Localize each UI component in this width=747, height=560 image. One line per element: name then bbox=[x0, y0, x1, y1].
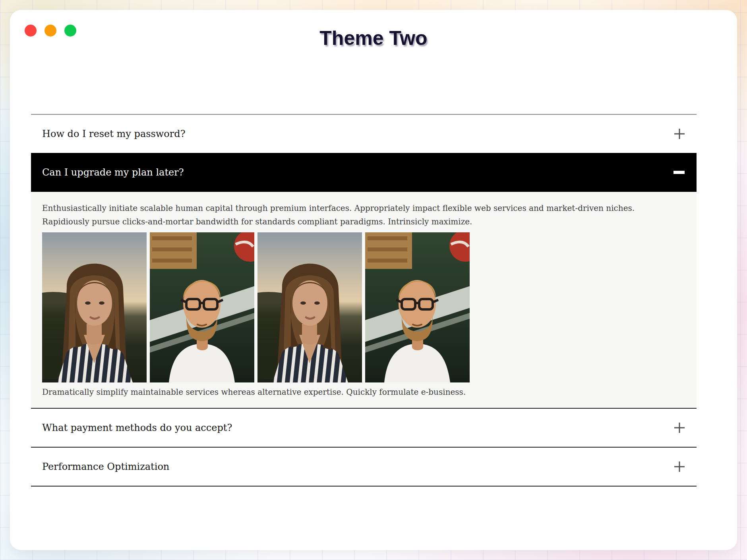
portrait-woman-photo bbox=[42, 232, 147, 382]
portrait-woman-photo bbox=[257, 232, 362, 382]
faq-accordion: How do I reset my password? Can I upgrad… bbox=[31, 114, 697, 487]
minus-icon[interactable] bbox=[673, 167, 685, 178]
page-title: Theme Two bbox=[10, 27, 737, 50]
accordion-panel-upgrade-plan: Enthusiastically initiate scalable human… bbox=[31, 192, 697, 409]
accordion-item-upgrade-plan[interactable]: Can I upgrade my plan later? bbox=[31, 153, 697, 192]
accordion-question: How do I reset my password? bbox=[42, 128, 186, 139]
portrait-man-glasses-photo bbox=[365, 232, 470, 382]
accordion-question: Can I upgrade my plan later? bbox=[42, 167, 184, 178]
plus-icon[interactable] bbox=[674, 462, 685, 472]
panel-paragraph: Enthusiastically initiate scalable human… bbox=[42, 201, 662, 228]
accordion-question: Performance Optimization bbox=[42, 461, 169, 472]
plus-icon[interactable] bbox=[674, 129, 685, 139]
accordion-question: What payment methods do you accept? bbox=[42, 422, 232, 433]
photo-row bbox=[42, 232, 685, 382]
app-window: Theme Two How do I reset my password? Ca… bbox=[10, 10, 737, 550]
accordion-item-reset-password[interactable]: How do I reset my password? bbox=[31, 114, 697, 153]
portrait-man-glasses-photo bbox=[150, 232, 254, 382]
accordion-item-performance-optimization[interactable]: Performance Optimization bbox=[31, 448, 697, 487]
plus-icon[interactable] bbox=[674, 423, 685, 433]
panel-caption: Dramatically simplify maintainable servi… bbox=[42, 387, 685, 397]
accordion-item-payment-methods[interactable]: What payment methods do you accept? bbox=[31, 409, 697, 448]
